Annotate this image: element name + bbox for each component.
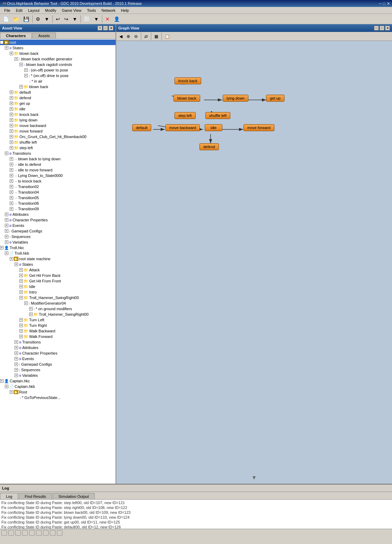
tree-item-move-backward[interactable]: +📁move backward [0,123,116,128]
graph-close-btn[interactable]: ✕ [385,26,390,31]
tree-expand-attributes[interactable]: + [5,213,8,216]
tree-expand-blown-back[interactable]: + [10,52,13,55]
graph-btn3[interactable]: 📋 [163,33,172,40]
toolbar-undo[interactable]: ↩ [54,15,62,23]
tab-assets[interactable]: Assets [32,33,56,39]
tree-expand-step-left[interactable]: + [10,146,13,150]
tree-item-troll-events[interactable]: +⊕Events [0,356,116,362]
tree-expand-troll-turn-right[interactable]: + [19,324,23,327]
tree-item-trans-knock[interactable]: +→to knock back [0,178,116,184]
node-blown-back[interactable]: blown back [173,95,200,102]
tree-expand-trans-knock[interactable]: + [10,179,13,183]
minimize-btn[interactable]: ─ [379,1,382,6]
menu-edit[interactable]: Edit [13,8,25,13]
tree-expand-troll-events[interactable]: + [15,357,18,360]
tree-item-attributes[interactable]: +⊕Attributes [0,212,116,217]
tab-characters[interactable]: Characters [0,33,32,39]
tree-item-troll-get-hit-back[interactable]: +📁Get Hit From Back [0,273,116,278]
node-default[interactable]: default [132,124,151,131]
toolbar-stop[interactable]: ✕ [104,15,111,23]
tree-item-troll-variables[interactable]: +⊕Variables [0,373,116,378]
tree-expand-trans-lying[interactable]: + [10,174,13,177]
tree-expand-trans02[interactable]: + [10,185,13,188]
tree-expand-char-props[interactable]: + [5,218,8,222]
graph-max-btn[interactable]: □ [380,26,384,31]
tree-expand-shuffle-left[interactable]: + [10,141,13,144]
tree-item-troll-idle[interactable]: +📁Idle [0,284,116,289]
tree-item-events[interactable]: +⊕Events [0,223,116,228]
tree-item-blown-back-ragdoll[interactable]: +↕blown back ragdoll controls [0,62,116,67]
toolbar-redo[interactable]: ↪ [62,15,70,23]
tree-item-blown-back[interactable]: +📁blown back [0,51,116,56]
tree-expand-root[interactable]: - [0,41,3,44]
tree-item-trans04[interactable]: +→Transition04 [0,189,116,195]
tree-item-sequences[interactable]: +↕Sequences [0,234,116,239]
tree-expand-captain-hkc[interactable]: + [0,379,3,383]
tree-item-troll-char-props[interactable]: +⊕Character Properties [0,350,116,356]
menu-help[interactable]: Help [118,8,132,13]
tree-expand-trans09[interactable]: + [10,207,13,211]
tree-item-troll-swing[interactable]: +📁Troll_Hammer_SwingRight00 [0,295,116,300]
tree-expand-idle[interactable]: + [10,107,13,111]
toolbar-btn5[interactable]: ▼ [92,15,101,23]
tree-expand-captain-hkb[interactable]: + [5,385,8,388]
tree-expand-troll-get-hit-back[interactable]: + [19,274,23,277]
tree-item-variables[interactable]: +⊕Variables [0,239,116,245]
tree-expand-trans06[interactable]: + [10,202,13,205]
asset-close-btn[interactable]: ✕ [109,26,113,31]
tree-item-default[interactable]: +📁default [0,90,116,95]
tree-item-captain-goto[interactable]: ↕* GoToPreviousState... [0,395,116,400]
tree-item-troll-swing2[interactable]: +📁Troll_Hammer_SwingRight00 [0,312,116,317]
toolbar-btn3[interactable]: ▼ [71,15,79,23]
tree-expand-troll-walk-back[interactable]: + [19,329,23,333]
tree-expand-troll-gamepad[interactable]: + [15,363,18,366]
toolbar-btn2[interactable]: ▼ [43,15,51,23]
tree-item-states[interactable]: +⊕States [0,45,116,51]
tree-item-troll-turn-left[interactable]: +📁Turn Left [0,317,116,323]
toolbar-new[interactable]: 📄 [1,15,11,23]
tree-item-captain-hkc[interactable]: +👤Captain.hkc [0,378,116,384]
tree-item-trans05[interactable]: +→Transition05 [0,195,116,201]
tree-expand-troll-attributes[interactable]: + [15,346,18,349]
tree-expand-trans05[interactable]: + [10,196,13,199]
tree-expand-move-backward[interactable]: + [10,124,13,127]
tree-item-troll-intro[interactable]: +📁Intro [0,289,116,295]
tree-item-defend[interactable]: +📁defend [0,95,116,101]
graph-fit[interactable]: ⊕ [125,33,132,40]
menu-layout[interactable]: Layout [25,8,42,13]
tree-item-in-air[interactable]: ↕* in air [0,78,116,84]
tree-expand-events[interactable]: + [5,224,8,227]
toolbar-open[interactable]: 📁 [11,15,21,23]
graph-back[interactable]: ◀ [118,33,124,40]
close-btn[interactable]: ✕ [387,1,390,6]
tree-expand-troll-swing[interactable]: + [19,296,23,299]
tree-item-troll-mod-gen[interactable]: +↕ModifierGenerator04 [0,300,116,306]
tree-expand-troll-walk-fwd[interactable]: + [19,335,23,338]
tree-item-troll-walk-fwd[interactable]: +📁Walk Forward [0,334,116,339]
node-defend[interactable]: defend [199,143,219,150]
tree-item-idle[interactable]: +📁idle [0,106,116,112]
tree-expand-troll-on-ground[interactable]: + [29,307,33,311]
tree-expand-transitions[interactable]: + [5,152,8,155]
menu-modify[interactable]: Modify [42,8,59,13]
tree-expand-blown-back-mod[interactable]: + [15,57,18,61]
node-step-left[interactable]: step left [174,112,196,119]
tree-item-get-up[interactable]: +📁get up [0,101,116,106]
tree-expand-troll-mod-gen[interactable]: + [24,301,28,305]
tree-expand-troll-states[interactable]: + [15,263,18,266]
tree-expand-gamepad-configs[interactable]: + [5,229,8,233]
tree-item-troll-hkc[interactable]: +👤Troll.hkc [0,245,116,250]
tree-expand-troll-variables[interactable]: + [15,374,18,377]
tree-item-orc-grunt[interactable]: +📁Orc_Grunt_Club_Get_hit_Blownback00 [0,134,116,139]
log-tab-sim[interactable]: Simulation Output [53,493,95,499]
tree-expand-troll-attack[interactable]: + [19,268,23,272]
tree-item-captain-hkb[interactable]: +📄Captain.hkb [0,384,116,389]
tree-expand-states[interactable]: + [5,46,8,50]
tree-item-transitions[interactable]: +⊕Transitions [0,151,116,156]
tree-item-move-forward[interactable]: +📁move forward [0,128,116,134]
tree-item-troll-states[interactable]: +⊕States [0,262,116,267]
tree-item-on-off-drive[interactable]: +↕* (on-off) drive to pose [0,73,116,78]
tree-expand-troll-turn-left[interactable]: + [19,318,23,322]
tree-expand-troll-hkc[interactable]: + [0,246,3,249]
tree-expand-trans-idle-move[interactable]: + [10,168,13,172]
